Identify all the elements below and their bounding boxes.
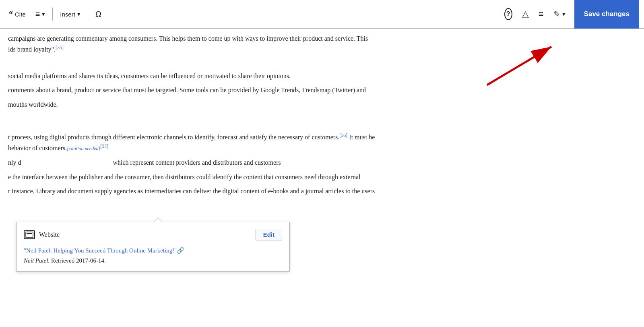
save-changes-button[interactable]: Save changes [574,0,639,29]
svg-rect-2 [26,232,33,238]
citation-needed[interactable]: [citation needed] [67,146,100,152]
menu-button[interactable]: ≡ [535,6,548,22]
omega-button[interactable]: Ω [91,7,105,21]
menu-icon: ≡ [539,9,544,19]
list-button[interactable]: ≡ ▾ [31,7,50,21]
paragraph-4: mouths worldwide. [0,99,644,110]
list-icon: ≡ [35,10,40,19]
paragraph-5: t process, using digital products throug… [0,132,644,153]
website-icon [24,230,35,239]
popup-header: Website Edit [24,229,282,240]
save-changes-label: Save changes [584,10,630,18]
popup-callout [153,217,163,222]
popup-edit-button[interactable]: Edit [256,229,282,240]
ref-36[interactable]: [36] [339,132,347,138]
toolbar-divider-2 [88,8,88,21]
section-divider [0,117,644,117]
paragraph-9: r instance, Library and document supply … [0,186,644,197]
popup-citation-link[interactable]: "Neil Patel: Helping You Succeed Through… [24,246,282,255]
warning-icon: △ [522,9,529,19]
insert-label: Insert [60,11,75,18]
ref-35[interactable]: [35] [56,45,64,50]
popup-meta: Neil Patel. Retrieved 2017-06-14. [24,257,106,264]
quote-icon: “ [9,10,13,18]
ref-37[interactable]: [37] [100,143,108,149]
paragraph-1: campaigns are generating commentary amon… [0,33,644,55]
list-chevron-icon: ▾ [42,10,45,18]
svg-rect-3 [27,233,32,234]
paragraph-2: social media platforms and shares its id… [0,71,644,81]
insert-chevron-icon: ▾ [77,10,80,18]
edit-chevron-icon: ▾ [562,10,566,18]
help-button[interactable]: ? [500,6,516,22]
popup-callout-inner [154,218,163,222]
edit-mode-button[interactable]: ✎ ▾ [549,7,570,21]
content-area: campaigns are generating commentary amon… [0,29,644,327]
paragraph-7: nly d which represent content providers … [0,157,644,168]
help-icon: ? [504,8,512,20]
paragraph-3: comments about a brand, product or servi… [0,85,644,95]
toolbar-divider-1 [52,8,53,21]
popup-type-label: Website [24,230,60,239]
cite-label: Cite [15,11,26,18]
toolbar: “ Cite ≡ ▾ Insert ▾ Ω ? △ ≡ ✎ ▾ Save cha… [0,0,644,29]
warning-button[interactable]: △ [518,6,533,22]
cite-button[interactable]: “ Cite [5,8,30,21]
website-label: Website [39,231,60,238]
omega-symbol: Ω [95,10,101,19]
insert-button[interactable]: Insert ▾ [56,8,85,20]
pencil-icon: ✎ [553,9,560,19]
citation-popup: Website Edit "Neil Patel: Helping You Su… [16,222,290,272]
paragraph-8: e the interface between the publisher an… [0,172,644,182]
